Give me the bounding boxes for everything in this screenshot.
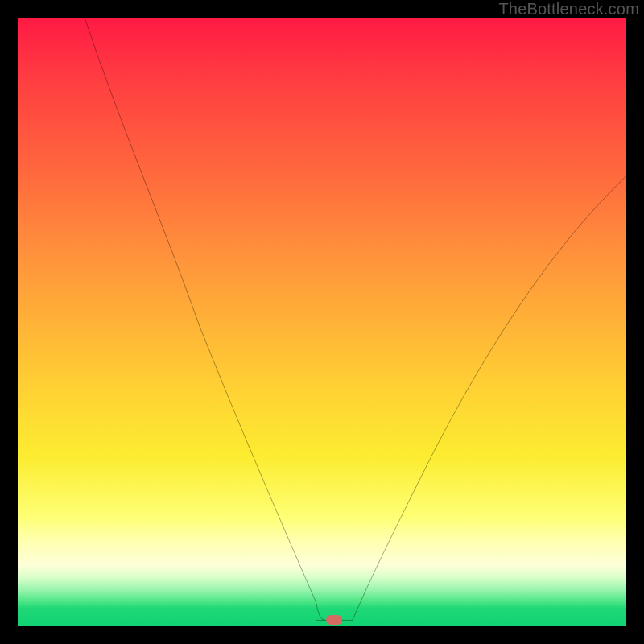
curve-left-branch (85, 18, 316, 602)
bottleneck-curve (18, 18, 626, 626)
curve-left-corner (316, 602, 324, 621)
optimum-marker (326, 615, 342, 625)
watermark-text: TheBottleneck.com (498, 0, 639, 19)
plot-area (18, 18, 626, 626)
chart-frame: TheBottleneck.com (0, 0, 644, 644)
curve-right-branch (353, 176, 626, 621)
